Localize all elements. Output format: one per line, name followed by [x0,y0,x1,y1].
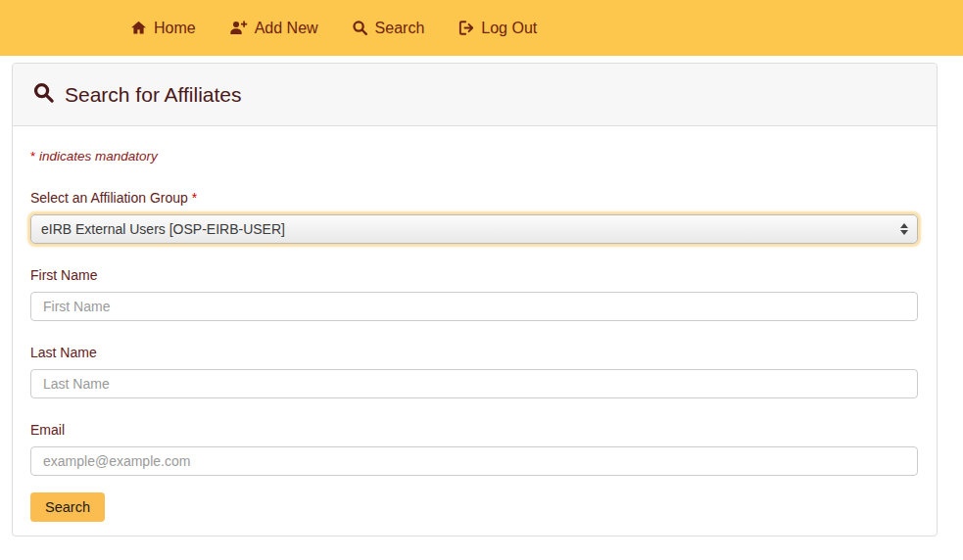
nav-item-search[interactable]: Search [352,20,425,37]
search-affiliates-card: Search for Affiliates * indicates mandat… [12,63,938,537]
email-field-group: Email [30,422,918,476]
card-header: Search for Affiliates [13,64,937,126]
select-arrows-icon [900,223,908,235]
first-name-input[interactable] [30,292,918,321]
nav-item-home[interactable]: Home [130,20,196,37]
nav-item-add-new[interactable]: Add New [229,20,318,37]
email-field[interactable] [30,446,918,476]
top-navbar: Home Add New Search Log Out [0,0,963,56]
page-title: Search for Affiliates [65,83,242,107]
email-label: Email [30,422,918,438]
user-plus-icon [229,20,248,36]
search-button[interactable]: Search [30,492,105,522]
affiliation-group-field: Select an Affiliation Group * eIRB Exter… [30,190,918,244]
mandatory-note: * indicates mandatory [30,149,918,163]
affiliation-group-select[interactable]: eIRB External Users [OSP-EIRB-USER] [30,214,918,244]
nav-item-label: Add New [255,20,318,37]
required-asterisk: * [192,190,197,206]
home-icon [130,20,147,36]
log-out-icon [457,20,474,36]
nav-item-label: Log Out [481,20,537,37]
last-name-label: Last Name [30,345,918,360]
nav-item-label: Home [154,20,196,37]
first-name-label: First Name [30,267,918,283]
nav-item-log-out[interactable]: Log Out [457,20,537,37]
search-icon [32,81,55,108]
selected-option-text: eIRB External Users [OSP-EIRB-USER] [41,221,285,237]
card-body: * indicates mandatory Select an Affiliat… [13,126,937,536]
nav-item-label: Search [375,20,425,37]
search-icon [352,20,368,36]
first-name-field: First Name [30,267,918,321]
affiliation-group-label: Select an Affiliation Group * [30,190,918,206]
mandatory-note-text: indicates mandatory [35,149,158,163]
last-name-input[interactable] [30,369,918,398]
last-name-field: Last Name [30,345,918,398]
